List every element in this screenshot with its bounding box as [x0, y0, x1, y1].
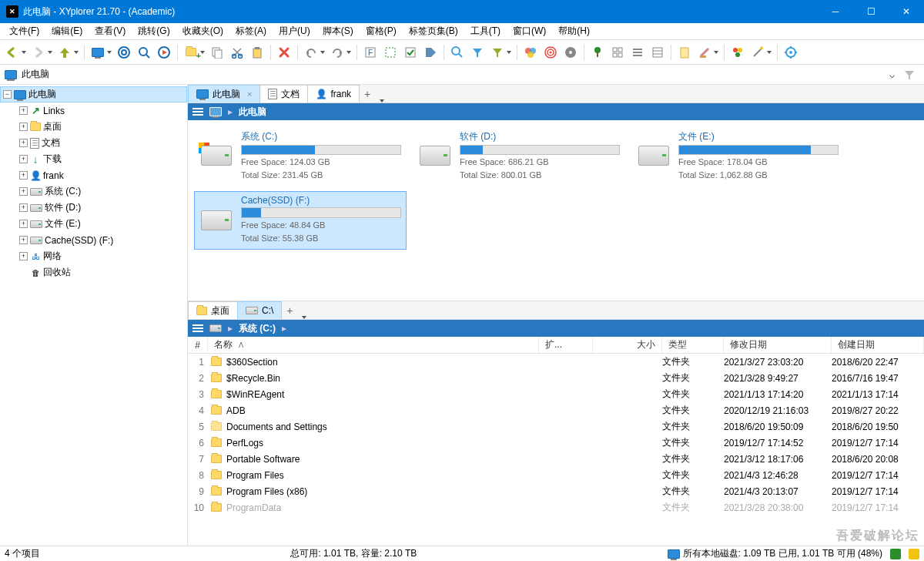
palette-button[interactable]	[728, 43, 747, 62]
address-text[interactable]: 此电脑	[22, 68, 879, 81]
zoom-button[interactable]	[135, 43, 153, 62]
settings-button[interactable]	[782, 43, 800, 62]
menu-item[interactable]: 标签(A)	[229, 23, 273, 39]
tab[interactable]: 文档	[259, 85, 308, 102]
select-button[interactable]	[381, 43, 400, 62]
filter-color-button[interactable]	[488, 43, 513, 62]
menu-item[interactable]: 跳转(G)	[132, 23, 176, 39]
menu-item[interactable]: 编辑(E)	[45, 23, 89, 39]
wand-button[interactable]	[748, 43, 773, 62]
find-button[interactable]	[448, 43, 467, 62]
hamburger-icon[interactable]	[192, 324, 203, 332]
expand-icon[interactable]	[19, 268, 28, 277]
list-row[interactable]: 4 ADB 文件夹 2020/12/19 21:16:03 2019/8/27 …	[188, 402, 924, 418]
menu-item[interactable]: 用户(U)	[273, 23, 316, 39]
tab[interactable]: C:\	[237, 301, 282, 319]
drives-area[interactable]: 系统 (C:) Free Space: 124.03 GB Total Size…	[188, 120, 924, 301]
col-mod[interactable]: 修改日期	[724, 337, 832, 353]
col-num[interactable]: #	[188, 337, 208, 353]
maximize-button[interactable]: ☐	[853, 0, 889, 23]
computer-button[interactable]	[89, 43, 113, 62]
expand-icon[interactable]: +	[19, 171, 28, 180]
view-details-button[interactable]	[628, 43, 647, 62]
menu-item[interactable]: 收藏夹(O)	[176, 23, 229, 39]
target-button[interactable]	[115, 43, 133, 62]
drive-tile[interactable]: 系统 (C:) Free Space: 124.03 GB Total Size…	[194, 126, 407, 185]
menu-item[interactable]: 脚本(S)	[316, 23, 360, 39]
menu-item[interactable]: 窗口(W)	[507, 23, 552, 39]
check-button[interactable]	[401, 43, 420, 62]
tab[interactable]: 桌面	[188, 301, 238, 319]
cut-button[interactable]	[228, 43, 246, 62]
tab-add[interactable]: +	[281, 302, 298, 319]
filter-button[interactable]	[468, 43, 487, 62]
undo-button[interactable]	[302, 43, 326, 62]
tree-item[interactable]: +文档	[0, 135, 187, 151]
list-row[interactable]: 9 Program Files (x86) 文件夹 2021/4/3 20:13…	[188, 483, 924, 499]
clean-button[interactable]	[695, 43, 720, 62]
drive-tile[interactable]: Cache(SSD) (F:) Free Space: 48.84 GB Tot…	[194, 191, 407, 250]
menu-item[interactable]: 文件(F)	[3, 23, 45, 39]
address-dropdown[interactable]: ⌵	[884, 69, 899, 80]
up-button[interactable]	[55, 43, 80, 62]
tree-item[interactable]: +Links	[0, 102, 187, 119]
list-row[interactable]: 6 PerfLogs 文件夹 2019/12/7 17:14:52 2019/1…	[188, 435, 924, 451]
drive-tile[interactable]: 软件 (D:) Free Space: 686.21 GB Total Size…	[413, 126, 625, 185]
list-row[interactable]: 8 Program Files 文件夹 2021/4/3 12:46:28 20…	[188, 467, 924, 483]
hamburger-icon[interactable]	[192, 108, 203, 116]
play-button[interactable]	[155, 43, 173, 62]
drive-tile[interactable]: 文件 (E:) Free Space: 178.04 GB Total Size…	[631, 126, 844, 185]
tab-dropdown[interactable]	[376, 99, 388, 102]
tab-add[interactable]: +	[359, 86, 376, 102]
menu-item[interactable]: 窗格(P)	[360, 23, 403, 39]
view-grid-button[interactable]	[608, 43, 627, 62]
forward-button[interactable]	[29, 43, 54, 62]
menu-item[interactable]: 标签页集(B)	[403, 23, 464, 39]
tree-root[interactable]: − 此电脑	[0, 86, 187, 102]
color-filter-button[interactable]	[521, 43, 540, 62]
crumb-text[interactable]: 系统 (C:)	[239, 322, 276, 335]
expand-icon[interactable]: +	[19, 203, 28, 212]
properties-button[interactable]: F	[361, 43, 380, 62]
redo-button[interactable]	[328, 43, 353, 62]
tab-dropdown[interactable]	[298, 316, 310, 319]
expand-icon[interactable]: +	[19, 155, 28, 163]
expand-icon[interactable]: +	[19, 236, 28, 244]
copy-button[interactable]	[208, 43, 226, 62]
tree-item[interactable]: +下载	[0, 151, 187, 167]
expand-icon[interactable]: +	[19, 123, 28, 131]
tree-button[interactable]	[588, 43, 607, 62]
menu-item[interactable]: 查看(V)	[89, 23, 132, 39]
tab[interactable]: frank	[307, 85, 360, 102]
view-list-button[interactable]	[648, 43, 667, 62]
tab[interactable]: 此电脑×	[188, 85, 260, 102]
paste-button[interactable]	[248, 43, 266, 62]
tag-button[interactable]	[421, 43, 440, 62]
spiral-button[interactable]	[541, 43, 560, 62]
list-row[interactable]: 7 Portable Software 文件夹 2021/3/12 18:17:…	[188, 451, 924, 467]
close-button[interactable]: ✕	[889, 0, 924, 23]
col-size[interactable]: 大小	[593, 337, 662, 353]
crumb-text[interactable]: 此电脑	[239, 106, 266, 119]
list-row[interactable]: 2 $Recycle.Bin 文件夹 2021/3/28 9:49:27 201…	[188, 370, 924, 386]
expand-icon[interactable]: +	[19, 139, 28, 147]
tree-item[interactable]: +frank	[0, 167, 187, 183]
back-button[interactable]	[3, 43, 28, 62]
new-folder-button[interactable]: +	[182, 43, 206, 62]
disc-button[interactable]	[561, 43, 580, 62]
expand-icon[interactable]: +	[19, 252, 28, 260]
filter-icon[interactable]	[904, 69, 919, 80]
menu-item[interactable]: 工具(T)	[464, 23, 507, 39]
notes-button[interactable]	[675, 43, 694, 62]
tree-item[interactable]: +软件 (D:)	[0, 200, 187, 216]
list-body[interactable]: 1 $360Section 文件夹 2021/3/27 23:03:20 201…	[188, 354, 924, 546]
expand-icon[interactable]: +	[19, 106, 28, 115]
tree-item[interactable]: +网络	[0, 248, 187, 264]
list-row[interactable]: 10 ProgramData 文件夹 2021/3/28 20:38:00 20…	[188, 499, 924, 516]
col-ext[interactable]: 扩...	[539, 337, 593, 353]
expand-icon[interactable]: +	[19, 220, 28, 228]
tree-item[interactable]: +Cache(SSD) (F:)	[0, 232, 187, 248]
tree-item[interactable]: 回收站	[0, 264, 187, 280]
col-name[interactable]: 名称	[208, 337, 539, 353]
list-row[interactable]: 5 Documents and Settings 文件夹 2018/6/20 1…	[188, 418, 924, 435]
